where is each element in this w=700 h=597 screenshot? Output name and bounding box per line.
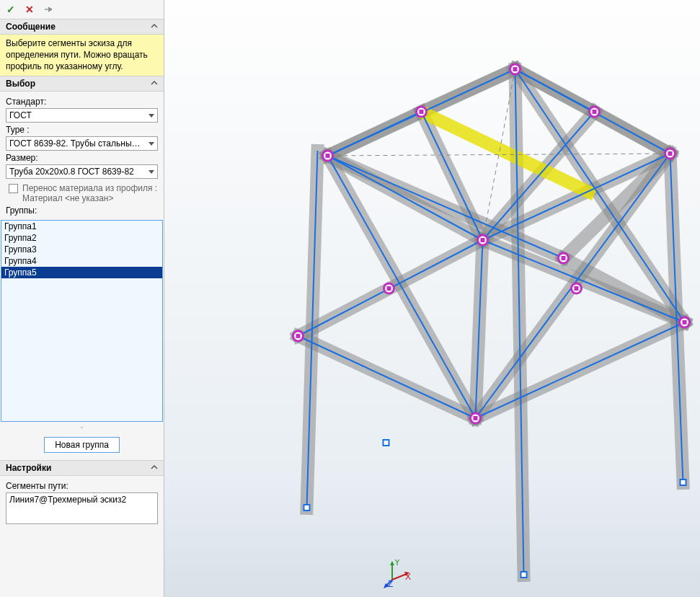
list-item[interactable]: Группа2 — [1, 232, 162, 244]
section-header-selection[interactable]: Выбор — [0, 76, 164, 92]
svg-rect-68 — [387, 286, 391, 291]
segments-label: Сегменты пути: — [6, 481, 158, 491]
svg-rect-64 — [683, 320, 687, 324]
chevron-up-icon — [151, 22, 158, 32]
svg-rect-58 — [593, 110, 597, 114]
message-body: Выберите сегменты эскиза для определения… — [0, 35, 164, 76]
section-title: Сообщение — [6, 22, 56, 32]
svg-rect-70 — [575, 286, 579, 291]
3d-viewport[interactable]: Y X Z — [164, 0, 700, 597]
svg-rect-50 — [513, 67, 518, 71]
svg-text:X: X — [405, 572, 411, 582]
svg-rect-52 — [668, 151, 673, 156]
svg-rect-73 — [681, 479, 686, 485]
section-header-message[interactable]: Сообщение — [0, 19, 164, 35]
list-item[interactable]: Группа4 — [1, 255, 162, 267]
pin-button[interactable] — [42, 3, 55, 16]
transfer-material-checkbox[interactable] — [9, 184, 18, 193]
svg-rect-54 — [481, 238, 485, 242]
svg-text:Y: Y — [394, 560, 400, 567]
3d-model — [164, 0, 700, 597]
size-label: Размер: — [6, 153, 158, 163]
svg-rect-56 — [420, 110, 424, 114]
segment-item[interactable]: Линия7@Трехмерный эскиз2 — [9, 495, 154, 505]
property-panel: ✓ ✕ Сообщение Выберите сегменты эскиза д… — [0, 0, 164, 597]
type-label: Type : — [6, 125, 158, 135]
list-item[interactable]: Группа1 — [1, 221, 162, 232]
svg-text:Z: Z — [388, 579, 393, 588]
section-title: Выбор — [6, 79, 35, 89]
chevron-up-icon — [151, 79, 158, 89]
type-select[interactable]: ГОСТ 8639-82. Трубы стальные квад — [6, 136, 158, 151]
standard-select[interactable]: ГОСТ — [6, 108, 158, 123]
svg-rect-71 — [304, 505, 310, 510]
svg-rect-48 — [326, 154, 330, 158]
view-triad-icon: Y X Z — [384, 560, 412, 588]
size-select[interactable]: Труба 20x20x0.8 ГОСТ 8639-82 — [6, 164, 158, 179]
svg-rect-72 — [521, 572, 527, 578]
new-group-row: Новая группа — [0, 433, 164, 460]
transfer-material-row[interactable]: Перенос материала из профиля : Материал … — [9, 183, 158, 203]
groups-label: Группы: — [6, 205, 158, 216]
segments-list[interactable]: Линия7@Трехмерный эскиз2 — [6, 492, 158, 524]
new-group-button[interactable]: Новая группа — [44, 437, 120, 453]
settings-body: Сегменты пути: Линия7@Трехмерный эскиз2 — [0, 476, 164, 527]
section-title: Настройки — [6, 463, 51, 473]
cancel-button[interactable]: ✕ — [23, 3, 36, 16]
standard-label: Стандарт: — [6, 97, 158, 107]
chevron-up-icon — [151, 463, 158, 473]
panel-toolbar: ✓ ✕ — [0, 0, 164, 19]
svg-line-35 — [328, 112, 422, 156]
svg-rect-62 — [474, 416, 478, 420]
groups-listbox[interactable]: Группа1 Группа2 Группа3 Группа4 Группа5 — [1, 220, 163, 422]
ok-button[interactable]: ✓ — [4, 3, 17, 16]
section-header-settings[interactable]: Настройки — [0, 460, 164, 476]
svg-line-77 — [392, 574, 407, 580]
selection-body: Стандарт: ГОСТ Type : ГОСТ 8639-82. Труб… — [0, 92, 164, 220]
svg-rect-66 — [562, 256, 566, 260]
svg-rect-60 — [296, 334, 301, 338]
transfer-material-label: Перенос материала из профиля : Материал … — [22, 183, 158, 203]
list-item[interactable]: Группа5 — [1, 267, 162, 278]
pager-dot: ◦ — [0, 422, 164, 433]
list-item[interactable]: Группа3 — [1, 244, 162, 255]
svg-rect-74 — [384, 440, 389, 446]
